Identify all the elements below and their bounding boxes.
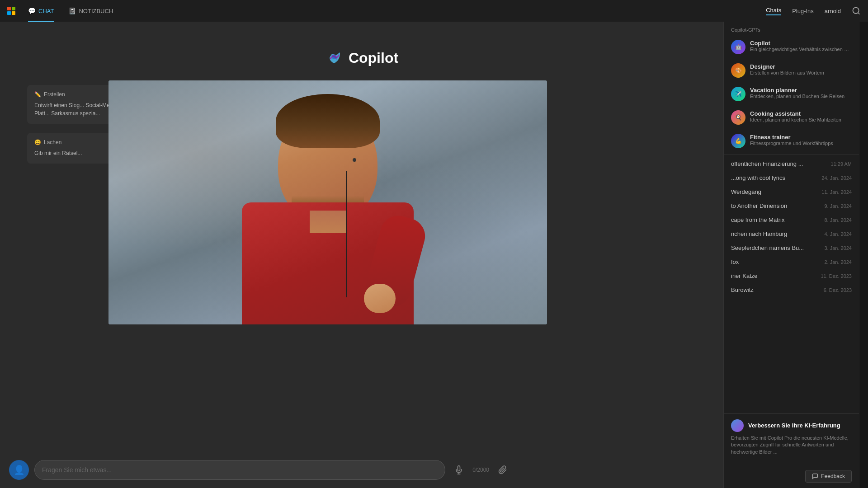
copilot-title: Copilot [349,50,398,66]
vacation-gpt-desc: Entdecken, planen und Buchen Sie Reisen [750,94,852,99]
nav-plugins-link[interactable]: Plug-Ins [792,8,814,14]
chat-history-item[interactable]: cape from the Matrix 8. Jan. 2024 [724,213,859,227]
svg-point-0 [853,8,859,14]
earphone-wire [346,171,347,297]
copilot-gpt-desc: Ein gleichgewichtiges Verhältnis zwische… [750,47,852,52]
chat-history-item[interactable]: iner Katze 11. Dez. 2023 [724,269,859,283]
chat-history-date: 24. Jan. 2024 [821,175,852,181]
top-navigation: 💬 CHAT 📓 NOTIZBUCH Chats Plug-Ins arnold [0,0,868,22]
bg-card-lachen-label: Lachen [44,139,61,145]
chat-history-name: öffentlichen Finanzierung ... [731,160,803,167]
person-hair [276,94,380,148]
char-counter: 0/2000 [472,467,489,473]
sidebar-gpt-cooking[interactable]: 🍳 Cooking assistant Ideen, planen und ko… [724,106,859,129]
far-right-strip [859,22,868,488]
pencil-icon: ✏️ [34,91,41,98]
copilot-header: Copilot [325,49,398,67]
windows-logo[interactable] [7,7,15,15]
chat-history-name: nchen nach Hamburg [731,230,787,237]
bg-card-erstellen-label: Erstellen [44,91,65,98]
sidebar-gpt-fitness[interactable]: 💪 Fitness trainer Fitnessprogramme und W… [724,129,859,153]
feedback-button[interactable]: Feedback [805,470,852,483]
avatar-icon: 👤 [14,465,25,475]
feedback-icon [812,473,818,479]
sidebar-gpt-designer[interactable]: 🎨 Designer Erstellen von Bildern aus Wör… [724,59,859,82]
upgrade-banner-header: Verbessern Sie Ihre KI-Erfahrung [731,419,852,432]
designer-gpt-name: Designer [750,63,852,70]
chat-icon: 💬 [28,7,36,14]
tab-chat-label: CHAT [38,8,54,14]
video-overlay [108,80,547,324]
notebook-icon: 📓 [68,7,76,14]
upgrade-logo [731,419,744,432]
chat-history-date: 2. Jan. 2024 [824,259,852,265]
chat-history-name: ...ong with cool lyrics [731,174,785,181]
nav-username: arnold [825,8,841,14]
vacation-gpt-logo: ✈️ [731,87,745,101]
chat-history-item[interactable]: ...ong with cool lyrics 24. Jan. 2024 [724,171,859,185]
svg-line-1 [858,13,860,14]
sidebar-gpt-copilot[interactable]: 🤖 Copilot Ein gleichgewichtiges Verhältn… [724,35,859,59]
chat-history-date: 4. Jan. 2024 [824,231,852,237]
copilot-gpt-name: Copilot [750,40,852,47]
copilot-logo [325,49,343,67]
earphone-bud [353,158,356,162]
chat-history-date: 9. Jan. 2024 [824,203,852,209]
upgrade-banner: Verbessern Sie Ihre KI-Erfahrung Erhalte… [724,413,859,461]
avatar: 👤 [9,460,29,480]
bottom-input-bar: 👤 Fragen Sie mich etwas... 0/2000 [0,452,520,488]
chat-history-name: Burowitz [731,286,754,293]
tab-notebook-label: NOTIZBUCH [79,8,113,14]
designer-gpt-desc: Erstellen von Bildern aus Wörtern [750,70,852,75]
fitness-gpt-name: Fitness trainer [750,134,852,141]
feedback-label: Feedback [821,473,845,479]
chat-history-item[interactable]: Werdegang 11. Jan. 2024 [724,185,859,199]
tab-chat[interactable]: 💬 CHAT [21,0,61,22]
mic-button[interactable] [451,462,467,478]
chat-history-item[interactable]: fox 2. Jan. 2024 [724,255,859,269]
chat-history-date: 3. Jan. 2024 [824,245,852,251]
chat-history-date: 11:29 AM [831,161,852,167]
chat-history-date: 8. Jan. 2024 [824,217,852,223]
chat-input[interactable]: Fragen Sie mich etwas... [34,460,445,480]
designer-gpt-info: Designer Erstellen von Bildern aus Wörte… [750,63,852,75]
tab-notebook[interactable]: 📓 NOTIZBUCH [61,0,120,22]
chat-history-name: Seepferdchen namens Bu... [731,244,804,251]
search-icon[interactable] [852,6,861,15]
designer-gpt-logo: 🎨 [731,63,745,78]
chat-history-date: 6. Dez. 2023 [824,287,852,293]
person-neck [310,211,346,233]
chat-history-item[interactable]: öffentlichen Finanzierung ... 11:29 AM [724,157,859,171]
chat-history-date: 11. Jan. 2024 [821,189,852,195]
divider-1 [724,155,859,155]
cooking-gpt-logo: 🍳 [731,110,745,125]
copilot-gpts-label: Copilot-GPTs [724,22,859,35]
chat-history-item[interactable]: Burowitz 6. Dez. 2023 [724,283,859,297]
copilot-gpt-info: Copilot Ein gleichgewichtiges Verhältnis… [750,40,852,52]
chat-history-name: Werdegang [731,188,761,195]
person-figure [192,80,463,324]
chat-history-item[interactable]: nchen nach Hamburg 4. Jan. 2024 [724,227,859,241]
vacation-gpt-info: Vacation planner Entdecken, planen und B… [750,87,852,99]
laugh-icon: 😄 [34,139,41,145]
upgrade-title: Verbessern Sie Ihre KI-Erfahrung [748,422,840,429]
chat-history-item[interactable]: Seepferdchen namens Bu... 3. Jan. 2024 [724,241,859,255]
fitness-gpt-logo: 💪 [731,134,745,148]
fitness-gpt-desc: Fitnessprogramme und Workfährtipps [750,141,852,146]
cooking-gpt-desc: Ideen, planen und kochen Sie Mahlzeiten [750,117,852,122]
nav-right-section: Chats Plug-Ins arnold [766,6,861,15]
chat-input-placeholder: Fragen Sie mich etwas... [42,466,112,474]
video-content [108,80,547,324]
upgrade-text: Erhalten Sie mit Copilot Pro die neueste… [731,435,852,455]
chat-history-item[interactable]: to Another Dimension 9. Jan. 2024 [724,199,859,213]
right-sidebar: Copilot-GPTs 🤖 Copilot Ein gleichgewicht… [723,22,859,488]
vacation-gpt-name: Vacation planner [750,87,852,94]
sidebar-gpt-vacation[interactable]: ✈️ Vacation planner Entdecken, planen un… [724,82,859,106]
chat-history-list: öffentlichen Finanzierung ... 11:29 AM .… [724,157,859,297]
attachment-button[interactable] [495,462,511,478]
center-content: Copilot ✏️ Erstellen Entwirft einen Slog… [0,22,723,488]
person-hand [364,284,396,313]
chat-history-name: to Another Dimension [731,202,787,209]
chat-history-date: 11. Dez. 2023 [821,273,852,279]
nav-chats-link[interactable]: Chats [766,7,781,15]
